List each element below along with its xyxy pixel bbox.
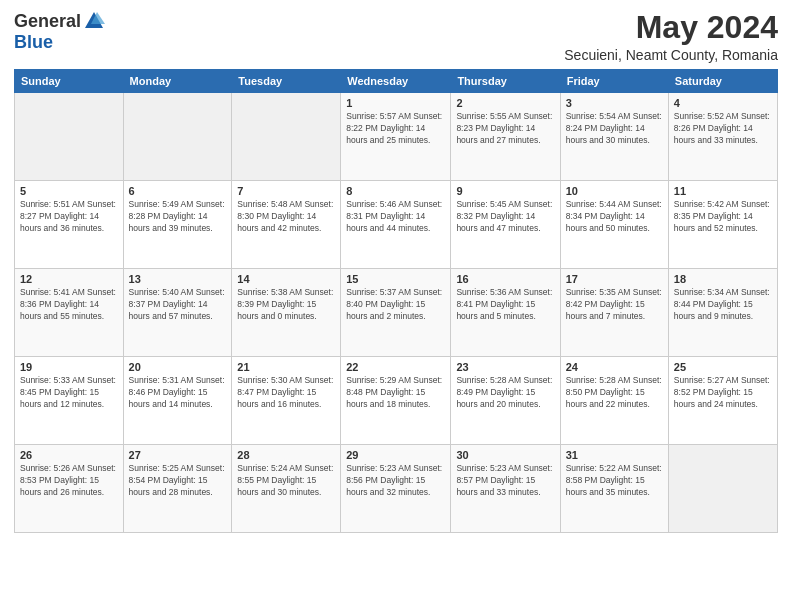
calendar-cell: [232, 93, 341, 181]
day-number: 24: [566, 361, 663, 373]
day-detail: Sunrise: 5:36 AM Sunset: 8:41 PM Dayligh…: [456, 287, 554, 323]
col-saturday: Saturday: [668, 70, 777, 93]
day-detail: Sunrise: 5:24 AM Sunset: 8:55 PM Dayligh…: [237, 463, 335, 499]
calendar-cell: 26Sunrise: 5:26 AM Sunset: 8:53 PM Dayli…: [15, 445, 124, 533]
day-detail: Sunrise: 5:34 AM Sunset: 8:44 PM Dayligh…: [674, 287, 772, 323]
calendar-cell: 5Sunrise: 5:51 AM Sunset: 8:27 PM Daylig…: [15, 181, 124, 269]
day-number: 16: [456, 273, 554, 285]
day-detail: Sunrise: 5:23 AM Sunset: 8:57 PM Dayligh…: [456, 463, 554, 499]
day-number: 15: [346, 273, 445, 285]
day-number: 14: [237, 273, 335, 285]
calendar-cell: 12Sunrise: 5:41 AM Sunset: 8:36 PM Dayli…: [15, 269, 124, 357]
day-detail: Sunrise: 5:28 AM Sunset: 8:49 PM Dayligh…: [456, 375, 554, 411]
day-number: 21: [237, 361, 335, 373]
calendar-cell: 3Sunrise: 5:54 AM Sunset: 8:24 PM Daylig…: [560, 93, 668, 181]
day-number: 11: [674, 185, 772, 197]
calendar-cell: 15Sunrise: 5:37 AM Sunset: 8:40 PM Dayli…: [341, 269, 451, 357]
header: General Blue May 2024 Secuieni, Neamt Co…: [14, 10, 778, 63]
day-detail: Sunrise: 5:35 AM Sunset: 8:42 PM Dayligh…: [566, 287, 663, 323]
col-wednesday: Wednesday: [341, 70, 451, 93]
calendar-cell: 2Sunrise: 5:55 AM Sunset: 8:23 PM Daylig…: [451, 93, 560, 181]
logo-icon: [83, 10, 105, 32]
col-thursday: Thursday: [451, 70, 560, 93]
col-monday: Monday: [123, 70, 232, 93]
day-number: 1: [346, 97, 445, 109]
day-detail: Sunrise: 5:46 AM Sunset: 8:31 PM Dayligh…: [346, 199, 445, 235]
logo-blue-text: Blue: [14, 32, 53, 53]
day-detail: Sunrise: 5:27 AM Sunset: 8:52 PM Dayligh…: [674, 375, 772, 411]
day-number: 18: [674, 273, 772, 285]
logo-area: General Blue: [14, 10, 105, 53]
day-detail: Sunrise: 5:31 AM Sunset: 8:46 PM Dayligh…: [129, 375, 227, 411]
day-number: 23: [456, 361, 554, 373]
day-detail: Sunrise: 5:52 AM Sunset: 8:26 PM Dayligh…: [674, 111, 772, 147]
calendar-cell: 17Sunrise: 5:35 AM Sunset: 8:42 PM Dayli…: [560, 269, 668, 357]
day-number: 2: [456, 97, 554, 109]
calendar-cell: 28Sunrise: 5:24 AM Sunset: 8:55 PM Dayli…: [232, 445, 341, 533]
day-number: 3: [566, 97, 663, 109]
calendar-cell: 9Sunrise: 5:45 AM Sunset: 8:32 PM Daylig…: [451, 181, 560, 269]
day-detail: Sunrise: 5:33 AM Sunset: 8:45 PM Dayligh…: [20, 375, 118, 411]
day-number: 7: [237, 185, 335, 197]
day-number: 27: [129, 449, 227, 461]
calendar-cell: 6Sunrise: 5:49 AM Sunset: 8:28 PM Daylig…: [123, 181, 232, 269]
calendar: Sunday Monday Tuesday Wednesday Thursday…: [14, 69, 778, 533]
calendar-week-2: 5Sunrise: 5:51 AM Sunset: 8:27 PM Daylig…: [15, 181, 778, 269]
calendar-cell: 24Sunrise: 5:28 AM Sunset: 8:50 PM Dayli…: [560, 357, 668, 445]
calendar-week-5: 26Sunrise: 5:26 AM Sunset: 8:53 PM Dayli…: [15, 445, 778, 533]
calendar-cell: 7Sunrise: 5:48 AM Sunset: 8:30 PM Daylig…: [232, 181, 341, 269]
day-detail: Sunrise: 5:55 AM Sunset: 8:23 PM Dayligh…: [456, 111, 554, 147]
day-detail: Sunrise: 5:42 AM Sunset: 8:35 PM Dayligh…: [674, 199, 772, 235]
day-number: 26: [20, 449, 118, 461]
day-detail: Sunrise: 5:26 AM Sunset: 8:53 PM Dayligh…: [20, 463, 118, 499]
calendar-cell: 22Sunrise: 5:29 AM Sunset: 8:48 PM Dayli…: [341, 357, 451, 445]
day-number: 25: [674, 361, 772, 373]
calendar-cell: 19Sunrise: 5:33 AM Sunset: 8:45 PM Dayli…: [15, 357, 124, 445]
day-number: 4: [674, 97, 772, 109]
calendar-cell: 11Sunrise: 5:42 AM Sunset: 8:35 PM Dayli…: [668, 181, 777, 269]
day-number: 13: [129, 273, 227, 285]
day-number: 30: [456, 449, 554, 461]
day-detail: Sunrise: 5:38 AM Sunset: 8:39 PM Dayligh…: [237, 287, 335, 323]
day-detail: Sunrise: 5:40 AM Sunset: 8:37 PM Dayligh…: [129, 287, 227, 323]
calendar-cell: 23Sunrise: 5:28 AM Sunset: 8:49 PM Dayli…: [451, 357, 560, 445]
calendar-week-1: 1Sunrise: 5:57 AM Sunset: 8:22 PM Daylig…: [15, 93, 778, 181]
day-number: 22: [346, 361, 445, 373]
day-detail: Sunrise: 5:23 AM Sunset: 8:56 PM Dayligh…: [346, 463, 445, 499]
day-detail: Sunrise: 5:28 AM Sunset: 8:50 PM Dayligh…: [566, 375, 663, 411]
calendar-cell: [15, 93, 124, 181]
col-friday: Friday: [560, 70, 668, 93]
day-detail: Sunrise: 5:54 AM Sunset: 8:24 PM Dayligh…: [566, 111, 663, 147]
col-sunday: Sunday: [15, 70, 124, 93]
day-number: 20: [129, 361, 227, 373]
day-number: 5: [20, 185, 118, 197]
calendar-cell: [668, 445, 777, 533]
day-detail: Sunrise: 5:29 AM Sunset: 8:48 PM Dayligh…: [346, 375, 445, 411]
calendar-cell: 13Sunrise: 5:40 AM Sunset: 8:37 PM Dayli…: [123, 269, 232, 357]
calendar-cell: 18Sunrise: 5:34 AM Sunset: 8:44 PM Dayli…: [668, 269, 777, 357]
day-number: 9: [456, 185, 554, 197]
day-number: 10: [566, 185, 663, 197]
calendar-cell: 8Sunrise: 5:46 AM Sunset: 8:31 PM Daylig…: [341, 181, 451, 269]
day-number: 17: [566, 273, 663, 285]
day-number: 28: [237, 449, 335, 461]
day-detail: Sunrise: 5:49 AM Sunset: 8:28 PM Dayligh…: [129, 199, 227, 235]
day-detail: Sunrise: 5:45 AM Sunset: 8:32 PM Dayligh…: [456, 199, 554, 235]
calendar-week-3: 12Sunrise: 5:41 AM Sunset: 8:36 PM Dayli…: [15, 269, 778, 357]
title-area: May 2024 Secuieni, Neamt County, Romania: [564, 10, 778, 63]
calendar-cell: 1Sunrise: 5:57 AM Sunset: 8:22 PM Daylig…: [341, 93, 451, 181]
day-number: 8: [346, 185, 445, 197]
day-detail: Sunrise: 5:44 AM Sunset: 8:34 PM Dayligh…: [566, 199, 663, 235]
day-detail: Sunrise: 5:22 AM Sunset: 8:58 PM Dayligh…: [566, 463, 663, 499]
calendar-header-row: Sunday Monday Tuesday Wednesday Thursday…: [15, 70, 778, 93]
day-number: 19: [20, 361, 118, 373]
calendar-cell: 16Sunrise: 5:36 AM Sunset: 8:41 PM Dayli…: [451, 269, 560, 357]
day-detail: Sunrise: 5:51 AM Sunset: 8:27 PM Dayligh…: [20, 199, 118, 235]
day-detail: Sunrise: 5:48 AM Sunset: 8:30 PM Dayligh…: [237, 199, 335, 235]
day-number: 31: [566, 449, 663, 461]
day-detail: Sunrise: 5:37 AM Sunset: 8:40 PM Dayligh…: [346, 287, 445, 323]
day-detail: Sunrise: 5:41 AM Sunset: 8:36 PM Dayligh…: [20, 287, 118, 323]
day-number: 6: [129, 185, 227, 197]
calendar-week-4: 19Sunrise: 5:33 AM Sunset: 8:45 PM Dayli…: [15, 357, 778, 445]
calendar-cell: 21Sunrise: 5:30 AM Sunset: 8:47 PM Dayli…: [232, 357, 341, 445]
